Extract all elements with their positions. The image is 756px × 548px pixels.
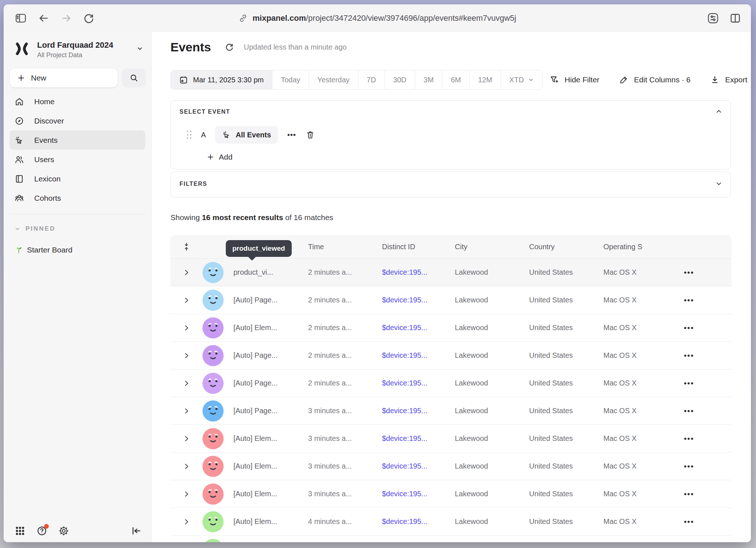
collapse-rows-icon[interactable] — [182, 242, 191, 251]
row-menu-button[interactable]: ••• — [684, 268, 694, 277]
row-menu-button[interactable]: ••• — [684, 462, 694, 471]
sidebar-item-cohorts[interactable]: Cohorts — [9, 188, 145, 208]
browser-sidebar-toggle-icon[interactable] — [15, 12, 27, 24]
distinct-id-link[interactable]: $device:195... — [382, 407, 455, 415]
row-expand-icon[interactable] — [182, 379, 190, 387]
search-button[interactable] — [122, 68, 146, 87]
add-event-button[interactable]: Add — [207, 153, 232, 161]
event-selector-chip[interactable]: All Events — [215, 126, 278, 144]
row-menu-button[interactable]: ••• — [684, 296, 694, 305]
pinned-section-header[interactable]: PINNED — [15, 225, 55, 232]
back-button-icon[interactable] — [38, 12, 50, 24]
gear-icon[interactable] — [58, 525, 69, 536]
reload-button-icon[interactable] — [83, 12, 95, 24]
split-view-icon[interactable] — [729, 12, 741, 24]
drag-handle[interactable] — [187, 131, 192, 139]
preset-3m[interactable]: 3M — [415, 70, 442, 89]
distinct-id-link[interactable]: $device:195... — [382, 296, 455, 304]
row-expand-icon[interactable] — [182, 296, 190, 304]
table-row[interactable]: [Auto] Elem... 3 minutes a... $device:19… — [170, 453, 732, 480]
row-expand-icon[interactable] — [182, 490, 190, 498]
table-row[interactable]: [Auto] Page... 2 minutes a... $device:19… — [170, 286, 732, 314]
new-button[interactable]: New — [10, 68, 118, 87]
collapse-sidebar-icon[interactable] — [131, 525, 142, 536]
row-expand-icon[interactable] — [182, 352, 190, 360]
filter-plus-icon — [550, 75, 559, 85]
table-row[interactable]: [Auto] Elem... 3 minutes a... $device:19… — [170, 480, 732, 508]
row-menu-button[interactable]: ••• — [684, 351, 694, 360]
book-icon — [15, 174, 24, 184]
distinct-id-link[interactable]: $device:195... — [382, 462, 455, 470]
event-avatar — [202, 484, 224, 505]
distinct-id-link[interactable]: $device:195... — [382, 517, 455, 526]
row-menu-button[interactable]: ••• — [684, 517, 694, 526]
sidebar-item-events[interactable]: Events — [9, 130, 145, 150]
row-expand-icon[interactable] — [182, 435, 190, 443]
preset-12m[interactable]: 12M — [469, 70, 501, 89]
link-icon — [238, 13, 248, 23]
row-menu-button[interactable]: ••• — [684, 490, 694, 498]
country-value: United States — [529, 296, 603, 304]
column-header-country[interactable]: Country — [529, 243, 603, 251]
table-row[interactable]: [Auto] Elem... 2 minutes a... $device:19… — [170, 314, 732, 342]
trash-icon[interactable] — [306, 130, 315, 140]
table-row[interactable]: [Auto] Elem... 4 minutes a... $device:19… — [170, 508, 732, 536]
row-expand-icon[interactable] — [182, 269, 190, 277]
event-time: 4 minutes a... — [308, 517, 382, 526]
row-expand-icon[interactable] — [182, 462, 190, 470]
custom-date-button[interactable]: Mar 11, 2025 3:30 pm — [171, 70, 272, 89]
row-menu-button[interactable]: ••• — [684, 324, 694, 332]
preset-xtd-dropdown[interactable]: XTD — [501, 70, 543, 89]
city-value: Lakewood — [455, 407, 529, 415]
preset-yesterday[interactable]: Yesterday — [309, 70, 358, 89]
table-row[interactable]: [Auto] Page... 2 minutes a... $device:19… — [170, 342, 732, 369]
table-row[interactable]: product_vi... 2 minutes a... $device:195… — [170, 259, 732, 286]
sidebar-item-starter-board[interactable]: Starter Board — [15, 246, 72, 254]
preset-today[interactable]: Today — [272, 70, 308, 89]
edit-columns-button[interactable]: Edit Columns · 6 — [619, 75, 690, 85]
search-icon — [129, 73, 139, 83]
sidebar-item-lexicon[interactable]: Lexicon — [9, 169, 145, 188]
sidebar-item-home[interactable]: Home — [9, 92, 145, 111]
page-settings-icon[interactable] — [706, 12, 720, 25]
add-button-label: Add — [219, 153, 232, 161]
forward-button-icon[interactable] — [60, 12, 72, 24]
apps-grid-icon[interactable] — [15, 525, 25, 536]
help-button[interactable] — [36, 525, 47, 536]
preset-30d[interactable]: 30D — [384, 70, 415, 89]
row-expand-icon[interactable] — [182, 518, 190, 526]
distinct-id-link[interactable]: $device:195... — [382, 490, 455, 498]
row-menu-button[interactable]: ••• — [684, 379, 694, 388]
os-value: Mac OS X — [603, 351, 684, 360]
column-header-os[interactable]: Operating S — [603, 243, 684, 251]
distinct-id-link[interactable]: $device:195... — [382, 324, 455, 332]
table-row[interactable]: [Auto] Page... 3 minutes a... $device:19… — [170, 397, 732, 425]
column-header-city[interactable]: City — [455, 243, 529, 251]
preset-6m[interactable]: 6M — [442, 70, 469, 89]
filters-panel: FILTERS — [170, 172, 731, 197]
url-bar[interactable]: mixpanel.com/project/3472420/view/397469… — [238, 4, 516, 32]
event-options-button[interactable]: ••• — [287, 131, 296, 139]
distinct-id-link[interactable]: $device:195... — [382, 351, 455, 360]
distinct-id-link[interactable]: $device:195... — [382, 268, 455, 277]
column-header-time[interactable]: Time — [308, 243, 382, 251]
refresh-icon[interactable] — [224, 42, 235, 52]
workspace-switcher[interactable]: Lord Farquaad 2024 All Project Data — [15, 40, 144, 59]
chevron-up-icon[interactable] — [715, 108, 722, 115]
column-header-distinct-id[interactable]: Distinct ID — [382, 243, 455, 251]
distinct-id-link[interactable]: $device:195... — [382, 379, 455, 387]
row-expand-icon[interactable] — [182, 324, 190, 332]
distinct-id-link[interactable]: $device:195... — [382, 434, 455, 443]
table-row[interactable]: [Auto] Page... 2 minutes a... $device:19… — [170, 369, 732, 397]
row-menu-button[interactable]: ••• — [684, 434, 694, 443]
sidebar-item-discover[interactable]: Discover — [9, 111, 145, 130]
preset-7d[interactable]: 7D — [358, 70, 385, 89]
table-row[interactable] — [170, 536, 732, 542]
row-menu-button[interactable]: ••• — [684, 407, 694, 415]
export-button[interactable]: Export — [710, 75, 747, 85]
chevron-down-icon[interactable] — [715, 180, 722, 187]
hide-filter-button[interactable]: Hide Filter — [550, 75, 599, 85]
table-row[interactable]: [Auto] Elem... 3 minutes a... $device:19… — [170, 425, 732, 453]
sidebar-item-users[interactable]: Users — [9, 150, 145, 169]
row-expand-icon[interactable] — [182, 407, 190, 415]
